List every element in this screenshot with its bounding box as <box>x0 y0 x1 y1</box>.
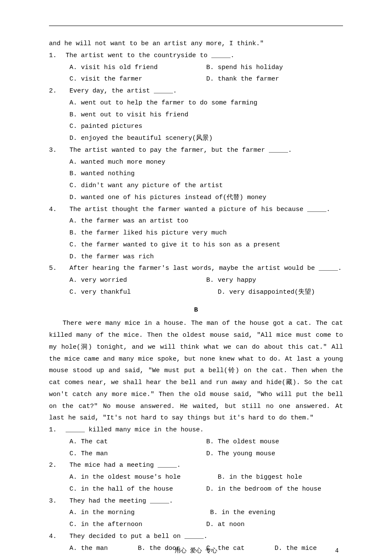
option: D. wanted one of his pictures instead of… <box>49 192 343 204</box>
option-row: C. in the afternoonD. at noon <box>49 519 343 531</box>
option: D. in the bedroom of the house <box>206 483 343 495</box>
option-row: A. in the morning B. in the evening <box>49 507 343 519</box>
question-stem: They had the meeting _____. <box>62 495 343 507</box>
horizontal-rule <box>49 26 343 26</box>
option: A. in the morning <box>69 507 206 519</box>
question-number: 2. <box>49 85 62 97</box>
option: D. the farmer was rich <box>49 251 343 263</box>
option: D. enjoyed the beautiful scenery(风景) <box>49 133 343 145</box>
question-number: 1. <box>49 50 62 62</box>
question-item: 3. They had the meeting _____. <box>49 495 343 507</box>
question-stem: _____ killed many mice in the house. <box>62 424 343 436</box>
question-item: 2. The mice had a meeting _____. <box>49 460 343 471</box>
option: C. visit the farmer <box>69 73 206 85</box>
option-row: C. visit the farmerD. thank the farmer <box>49 73 343 85</box>
option: D. The young mouse <box>206 448 343 460</box>
question-item: 1. The artist went to the countryside to… <box>49 50 343 62</box>
question-stem: The artist wanted to pay the farmer, but… <box>62 145 343 156</box>
option: A. in the oldest mouse's hole <box>69 471 206 483</box>
option: B. wanted nothing <box>49 168 343 180</box>
option: B. very happy <box>206 275 343 286</box>
option-row: C. in the hall of the houseD. in the bed… <box>49 483 343 495</box>
question-number: 4. <box>49 204 62 216</box>
option: A. wanted much more money <box>49 156 343 168</box>
question-stem: They decided to put a bell on _____. <box>62 531 343 543</box>
option: B. the farmer liked his picture very muc… <box>49 227 343 239</box>
passage-b-text: There were many mice in a house. The man… <box>49 318 343 424</box>
option: C. didn't want any picture of the artist <box>49 180 343 192</box>
option: B. went out to visit his friend <box>49 109 343 121</box>
option: C. The man <box>69 448 206 460</box>
option-row: C. very thankful D. very disappointed(失望… <box>49 286 343 298</box>
page-number: 4 <box>335 546 339 555</box>
question-number: 1. <box>49 424 62 436</box>
option: B. spend his holiday <box>206 62 343 74</box>
section-b-heading: B <box>49 304 343 316</box>
question-stem: The mice had a meeting _____. <box>62 460 343 471</box>
option: B. The oldest mouse <box>206 436 343 448</box>
option-row: A. very worriedB. very happy <box>49 275 343 286</box>
option-row: C. The manD. The young mouse <box>49 448 343 460</box>
page-footer: 用心 爱心 专心 4 <box>0 546 392 555</box>
question-number: 5. <box>49 263 62 275</box>
option: B. in the biggest hole <box>206 471 343 483</box>
option: C. painted pictures <box>49 121 343 133</box>
option-row: A. The catB. The oldest mouse <box>49 436 343 448</box>
option: A. The cat <box>69 436 206 448</box>
question-stem: The artist thought the farmer wanted a p… <box>62 204 343 216</box>
option: B. in the evening <box>206 507 343 519</box>
option: D. thank the farmer <box>206 73 343 85</box>
question-stem: After hearing the farmer's last words, m… <box>62 263 343 275</box>
option: C. very thankful <box>69 286 206 298</box>
question-item: 1. _____ killed many mice in the house. <box>49 424 343 436</box>
question-number: 4. <box>49 531 62 543</box>
option: A. the farmer was an artist too <box>49 215 343 227</box>
option-row: A. in the oldest mouse's hole B. in the … <box>49 471 343 483</box>
option: D. at noon <box>206 519 343 531</box>
question-item: 4. The artist thought the farmer wanted … <box>49 204 343 216</box>
question-stem: The artist went to the countryside to __… <box>62 50 343 62</box>
question-item: 3. The artist wanted to pay the farmer, … <box>49 145 343 156</box>
question-item: 2. Every day, the artist _____. <box>49 85 343 97</box>
question-number: 3. <box>49 145 62 156</box>
option: A. visit his old friend <box>69 62 206 74</box>
question-stem: Every day, the artist _____. <box>62 85 343 97</box>
question-number: 3. <box>49 495 62 507</box>
question-item: 5. After hearing the farmer's last words… <box>49 263 343 275</box>
option: C. in the afternoon <box>69 519 206 531</box>
option: A. went out to help the farmer to do som… <box>49 97 343 109</box>
option: A. very worried <box>69 275 206 286</box>
option: C. the farmer wanted to give it to his s… <box>49 239 343 251</box>
question-item: 4. They decided to put a bell on _____. <box>49 531 343 543</box>
option: C. in the hall of the house <box>69 483 206 495</box>
top-fragment-text: and he will not want to be an artist any… <box>49 38 343 50</box>
option: D. very disappointed(失望) <box>206 286 343 298</box>
footer-motto: 用心 爱心 专心 <box>175 547 218 554</box>
question-number: 2. <box>49 460 62 471</box>
option-row: A. visit his old friendB. spend his holi… <box>49 62 343 74</box>
